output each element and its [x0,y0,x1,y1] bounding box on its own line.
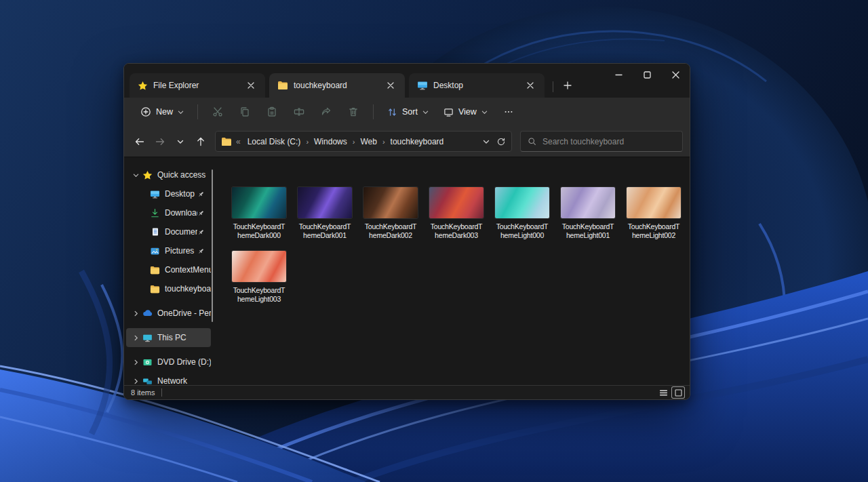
sidebar-item-pictures[interactable]: Pictures [126,241,211,260]
view-icon [443,107,454,117]
up-button[interactable] [191,132,211,152]
collapsed-crumbs-chevron[interactable]: « [236,137,241,146]
thumbnail-view-button[interactable] [672,387,684,398]
chevron-right-icon[interactable] [130,378,142,384]
file-item[interactable]: TouchKeyboardThemeLight000 [492,187,552,240]
status-bar: 8 items [124,385,690,399]
file-name: TouchKeyboardThemeLight002 [628,222,680,240]
share-button[interactable] [313,102,339,122]
copy-button[interactable] [232,102,258,122]
file-name: TouchKeyboardThemeDark000 [233,222,285,240]
new-tab-button[interactable] [557,77,578,94]
chevron-right-icon[interactable] [130,310,142,317]
content-area: Quick access Desktop Downloads Documents [124,157,690,385]
details-view-button[interactable] [657,387,669,398]
tab-file-explorer[interactable]: File Explorer [130,73,265,98]
sort-button[interactable]: Sort [380,103,435,121]
star-icon [142,169,153,181]
item-count: 8 items [131,388,155,397]
window-controls [604,64,690,85]
file-thumbnail [495,187,549,218]
minimize-button[interactable] [604,64,633,85]
desktop-icon [149,188,161,200]
new-icon [140,106,151,117]
desktop-icon [417,80,428,91]
tab-touchkeyboard[interactable]: touchkeyboard [269,73,405,98]
cut-button[interactable] [205,102,231,122]
file-name: TouchKeyboardThemeDark001 [299,222,351,240]
view-label: View [458,107,477,117]
close-icon[interactable] [383,78,398,93]
dvd-icon [142,357,153,368]
file-item[interactable]: TouchKeyboardThemeDark002 [361,187,420,240]
file-name: TouchKeyboardThemeLight000 [496,222,549,240]
chevron-down-icon [178,109,184,115]
file-item[interactable]: TouchKeyboardThemeDark003 [427,187,486,240]
chevron-down-icon[interactable] [130,172,142,178]
file-thumbnail [561,187,615,218]
onedrive-cloud-icon [142,308,153,319]
breadcrumb-item[interactable]: Local Disk (C:) [243,135,305,148]
view-button[interactable]: View [437,103,494,121]
folder-icon [277,80,288,91]
pin-icon [197,228,208,236]
search-input[interactable] [542,137,675,146]
close-icon[interactable] [243,78,258,93]
breadcrumb-item[interactable]: Web [356,135,380,148]
pictures-icon [149,245,161,257]
sidebar-item-downloads[interactable]: Downloads [126,203,211,222]
status-divider [161,388,162,397]
folder-icon [221,136,232,147]
sidebar-scrollbar[interactable] [212,169,213,322]
breadcrumb[interactable]: « Local Disk (C:) › Windows › Web › touc… [215,131,512,152]
toolbar-divider [197,104,198,119]
breadcrumb-item[interactable]: touchkeyboard [387,135,448,148]
sidebar-item-network[interactable]: Network [126,371,211,385]
toolbar-divider [373,104,374,119]
chevron-right-icon[interactable] [130,335,142,341]
file-thumbnail [298,187,352,218]
file-item[interactable]: TouchKeyboardThemeLight003 [229,251,289,304]
sidebar-item-touchkeyboard[interactable]: touchkeyboard [126,279,211,298]
new-button[interactable]: New [134,102,191,121]
back-button[interactable] [130,132,150,152]
close-icon[interactable] [523,78,538,93]
desktop: File Explorer touchkeyboard Desktop [0,0,868,482]
chevron-right-icon: › [381,138,387,146]
address-dropdown-chevron[interactable] [483,138,490,145]
search-box[interactable] [520,131,683,152]
sidebar-item-desktop[interactable]: Desktop [126,184,211,203]
chevron-down-icon [422,109,429,115]
sidebar-item-this-pc[interactable]: This PC [126,328,211,347]
address-row: « Local Disk (C:) › Windows › Web › touc… [124,126,690,157]
delete-button[interactable] [340,102,366,122]
close-button[interactable] [661,64,690,85]
forward-button[interactable] [150,132,170,152]
titlebar[interactable]: File Explorer touchkeyboard Desktop [124,64,690,98]
file-item[interactable]: TouchKeyboardThemeDark001 [295,187,355,240]
tab-label: Desktop [433,81,517,90]
sidebar-item-dvd-drive[interactable]: DVD Drive (D:) C [126,353,211,371]
chevron-right-icon[interactable] [130,359,142,365]
tab-divider [553,81,553,92]
documents-icon [149,226,161,238]
file-item[interactable]: TouchKeyboardThemeLight002 [624,187,684,240]
sidebar-item-contextmenuc[interactable]: ContextMenuC [126,260,211,279]
see-more-button[interactable] [496,102,521,122]
rename-button[interactable] [286,102,312,122]
sidebar-item-documents[interactable]: Documents [126,222,211,241]
downloads-icon [149,207,161,219]
file-name: TouchKeyboardThemeDark002 [365,222,417,240]
sidebar-item-onedrive[interactable]: OneDrive - Perso [126,304,211,323]
sort-label: Sort [402,107,418,117]
recent-locations-button[interactable] [170,132,191,152]
file-name: TouchKeyboardThemeDark003 [431,222,483,240]
maximize-button[interactable] [633,64,661,85]
file-item[interactable]: TouchKeyboardThemeLight001 [558,187,618,240]
tab-desktop[interactable]: Desktop [409,73,545,98]
breadcrumb-item[interactable]: Windows [310,135,351,148]
file-item[interactable]: TouchKeyboardThemeDark000 [229,187,289,240]
paste-button[interactable] [259,102,285,122]
sidebar-item-quick-access[interactable]: Quick access [126,165,211,184]
refresh-icon[interactable] [496,137,506,146]
